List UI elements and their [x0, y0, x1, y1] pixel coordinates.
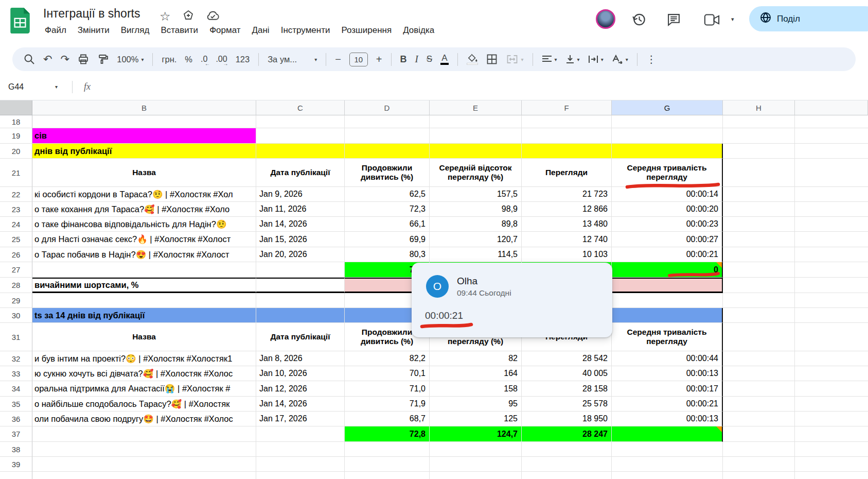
- increase-decimals-button[interactable]: .00→: [216, 55, 227, 64]
- cell-kept[interactable]: 70,1: [345, 366, 430, 381]
- row-number[interactable]: 21: [0, 159, 32, 187]
- cell[interactable]: [430, 115, 522, 128]
- merge-cells-button[interactable]: ▾: [506, 54, 524, 64]
- star-icon[interactable]: ☆: [160, 10, 171, 23]
- summary-avg[interactable]: 124,7: [430, 426, 522, 442]
- cell-avg[interactable]: 125: [430, 412, 522, 426]
- font-select[interactable]: За ум...▾: [268, 55, 317, 64]
- row-number[interactable]: 30: [0, 308, 32, 323]
- header-views[interactable]: Перегляди: [522, 159, 612, 187]
- menu-insert[interactable]: Вставити: [155, 24, 204, 37]
- meet-camera-icon[interactable]: [704, 14, 720, 28]
- cell[interactable]: [795, 412, 868, 426]
- cell[interactable]: [522, 442, 612, 457]
- more-options-button[interactable]: ⋮: [646, 53, 657, 65]
- row-number[interactable]: 34: [0, 381, 32, 397]
- row-number[interactable]: 38: [0, 442, 32, 457]
- cell[interactable]: [723, 115, 795, 128]
- cell[interactable]: [723, 366, 795, 381]
- cell-duration[interactable]: 00:00:44: [612, 351, 723, 366]
- cell-duration[interactable]: 00:00:21: [612, 247, 723, 262]
- cell-title[interactable]: о для Насті означає секс?🔥 | #Холостяк #…: [32, 232, 256, 247]
- cell-avg[interactable]: 95: [430, 397, 522, 412]
- cell-date[interactable]: Jan 14, 2026: [256, 397, 345, 412]
- cell-title[interactable]: о таке фінансова відповідальність для На…: [32, 217, 256, 232]
- cell[interactable]: [32, 457, 256, 472]
- cell[interactable]: [612, 115, 723, 128]
- approvals-icon[interactable]: [182, 9, 194, 24]
- row-number[interactable]: 33: [0, 366, 32, 381]
- name-box[interactable]: G44 ▾: [0, 82, 58, 92]
- menu-edit[interactable]: Змінити: [72, 24, 115, 37]
- cell[interactable]: [345, 128, 430, 144]
- cell[interactable]: [723, 381, 795, 397]
- menu-view[interactable]: Вигляд: [115, 24, 155, 37]
- row-number[interactable]: 36: [0, 412, 32, 426]
- cell[interactable]: [795, 217, 868, 232]
- cell[interactable]: [256, 457, 345, 472]
- row-number[interactable]: [0, 472, 32, 479]
- cell[interactable]: [522, 115, 612, 128]
- cell-avg[interactable]: 164: [430, 366, 522, 381]
- cell-kept[interactable]: 72,3: [345, 202, 430, 217]
- borders-button[interactable]: [486, 54, 498, 65]
- cell[interactable]: [32, 442, 256, 457]
- cell-views[interactable]: 18 950: [522, 412, 612, 426]
- text-rotation-button[interactable]: ▾: [612, 55, 628, 64]
- version-history-icon[interactable]: [631, 11, 647, 30]
- cell[interactable]: [612, 293, 723, 308]
- cell-views[interactable]: 10 103: [522, 247, 612, 262]
- increase-font-size-button[interactable]: +: [376, 54, 382, 65]
- cell[interactable]: [723, 278, 795, 293]
- cell-kept[interactable]: 66,1: [345, 217, 430, 232]
- cell[interactable]: [256, 128, 345, 144]
- cell[interactable]: [723, 159, 795, 187]
- cell[interactable]: [345, 442, 430, 457]
- row-number[interactable]: 25: [0, 232, 32, 247]
- cell[interactable]: [795, 323, 868, 351]
- cell-kept[interactable]: 80,3: [345, 247, 430, 262]
- cell-duration[interactable]: 00:00:13: [612, 412, 723, 426]
- zoom-select[interactable]: 100%▾: [117, 55, 144, 64]
- summary-kept[interactable]: 72,8: [345, 426, 430, 442]
- banner-magenta-cell[interactable]: сів: [32, 128, 256, 144]
- cell-avg[interactable]: 89,8: [430, 217, 522, 232]
- header-kept-watching[interactable]: Продовжили дивитись (%): [345, 159, 430, 187]
- user-avatar[interactable]: [596, 9, 615, 29]
- cell-avg[interactable]: 157,5: [430, 187, 522, 202]
- cell-date[interactable]: Jan 14, 2026: [256, 217, 345, 232]
- cell-avg[interactable]: 82: [430, 351, 522, 366]
- row-number[interactable]: 24: [0, 217, 32, 232]
- menu-tools[interactable]: Інструменти: [275, 24, 336, 37]
- cell[interactable]: [795, 187, 868, 202]
- cell[interactable]: [795, 247, 868, 262]
- comments-icon[interactable]: [667, 13, 681, 29]
- header-date[interactable]: Дата публікації: [256, 323, 345, 351]
- cell[interactable]: [723, 202, 795, 217]
- cell[interactable]: [256, 442, 345, 457]
- cell[interactable]: [430, 128, 522, 144]
- cell-date[interactable]: Jan 20, 2026: [256, 247, 345, 262]
- cell[interactable]: [32, 115, 256, 128]
- cell[interactable]: [723, 412, 795, 426]
- cell[interactable]: [795, 366, 868, 381]
- cell[interactable]: [795, 115, 868, 128]
- cell[interactable]: [430, 472, 522, 479]
- cell[interactable]: [723, 144, 795, 159]
- row-number[interactable]: 19: [0, 128, 32, 144]
- row-number[interactable]: 32: [0, 351, 32, 366]
- row-number[interactable]: 23: [0, 202, 32, 217]
- cell[interactable]: [795, 472, 868, 479]
- cell[interactable]: [612, 308, 723, 323]
- cell[interactable]: [795, 262, 868, 278]
- redo-button[interactable]: ↷: [61, 53, 70, 65]
- cell-kept[interactable]: 82,2: [345, 351, 430, 366]
- cell[interactable]: [795, 442, 868, 457]
- cell-title[interactable]: ю сукню хочуть всі дівчата?🥰 | #Холостяк…: [32, 366, 256, 381]
- cell[interactable]: [612, 442, 723, 457]
- banner-yellow-cell[interactable]: днів від публікації: [32, 144, 256, 159]
- cell[interactable]: [795, 457, 868, 472]
- cell[interactable]: [723, 351, 795, 366]
- cell-kept[interactable]: 71,9: [345, 397, 430, 412]
- cell[interactable]: [723, 187, 795, 202]
